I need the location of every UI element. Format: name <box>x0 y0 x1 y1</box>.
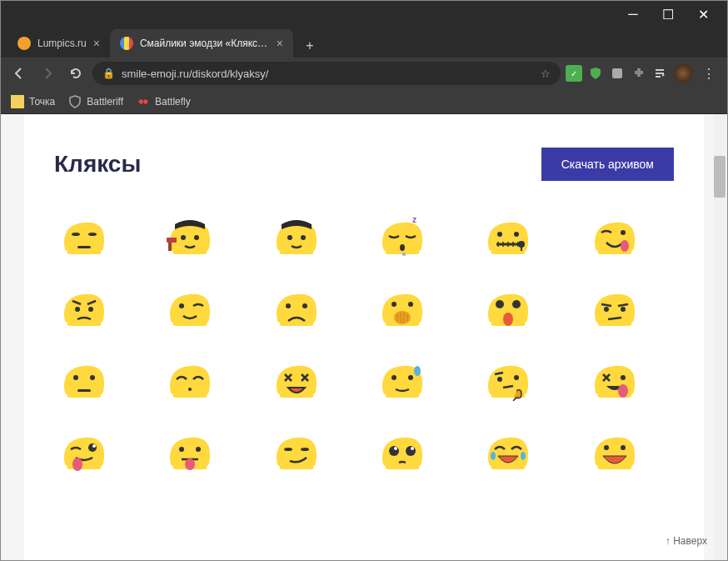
new-tab-button[interactable]: + <box>298 34 322 58</box>
svg-point-28 <box>496 300 504 308</box>
blob-sweat-icon <box>379 361 426 401</box>
svg-point-25 <box>391 302 396 307</box>
extensions-puzzle-icon[interactable] <box>631 65 647 82</box>
blob-smirk[interactable] <box>267 429 327 476</box>
blob-tongue-wink[interactable] <box>54 429 114 476</box>
svg-point-8 <box>287 235 292 240</box>
svg-text:z: z <box>412 218 416 224</box>
svg-point-5 <box>194 235 199 240</box>
svg-point-50 <box>284 448 292 451</box>
tab-favicon-icon <box>120 37 133 50</box>
media-control-icon[interactable] <box>652 65 669 82</box>
back-to-top-link[interactable]: ↑ Наверх <box>666 535 707 547</box>
extension-shield-icon[interactable] <box>587 65 604 82</box>
scrollbar-thumb[interactable] <box>714 156 726 198</box>
tab-lumpics[interactable]: Lumpics.ru × <box>7 29 110 58</box>
svg-point-49 <box>185 458 195 470</box>
download-archive-button[interactable]: Скачать архивом <box>541 148 674 181</box>
svg-point-14 <box>497 232 502 237</box>
reload-button[interactable] <box>64 62 87 85</box>
bookmarks-bar: Точка Battleriff Battlefly <box>1 89 727 114</box>
blob-hand-mouth[interactable] <box>372 286 432 333</box>
blob-thinking[interactable] <box>478 358 538 404</box>
svg-point-30 <box>503 313 513 326</box>
svg-rect-7 <box>167 238 177 243</box>
blob-smile-eyes-icon <box>167 361 213 401</box>
svg-point-42 <box>621 375 626 380</box>
maximize-button[interactable]: ☐ <box>651 3 686 26</box>
blob-annoyed-icon <box>61 218 107 258</box>
page: Кляксы Скачать архивом zz <box>24 114 704 560</box>
svg-point-33 <box>73 375 78 380</box>
svg-point-34 <box>90 375 95 380</box>
menu-button[interactable]: ⋮ <box>697 66 721 82</box>
svg-rect-0 <box>612 68 622 78</box>
lock-icon: 🔒 <box>102 68 115 79</box>
blob-annoyed[interactable] <box>54 214 114 261</box>
svg-point-36 <box>188 388 192 391</box>
blob-tongue-icon <box>167 433 213 473</box>
bookmark-battleriff[interactable]: Battleriff <box>68 95 123 108</box>
profile-avatar[interactable] <box>674 64 692 83</box>
maximize-icon: ☐ <box>662 7 674 23</box>
tab-smile-emoji[interactable]: Смайлики эмодзи «Кляксы» для… × <box>110 29 293 58</box>
blob-hand-mouth-icon <box>379 289 426 329</box>
blob-laugh-tongue[interactable] <box>585 358 645 404</box>
svg-point-55 <box>411 447 414 450</box>
bookmark-tochka[interactable]: Точка <box>11 95 55 108</box>
blob-smirk-icon <box>273 433 320 473</box>
blob-sleeping[interactable]: zz <box>372 214 432 261</box>
close-button[interactable]: ✕ <box>686 3 721 26</box>
close-icon: ✕ <box>698 7 709 23</box>
svg-point-24 <box>302 303 307 308</box>
blob-laugh-cry[interactable] <box>478 429 538 476</box>
blob-sweat[interactable] <box>372 358 432 404</box>
page-title: Кляксы <box>54 151 141 178</box>
blob-frown[interactable] <box>267 286 327 333</box>
blob-salute-hammer-icon <box>167 218 213 258</box>
svg-point-59 <box>621 445 626 450</box>
blob-yum[interactable] <box>585 214 645 261</box>
blob-wink[interactable] <box>160 286 220 333</box>
blob-surprised[interactable] <box>478 286 538 333</box>
svg-point-18 <box>621 230 626 235</box>
blob-neutral[interactable] <box>54 358 114 404</box>
svg-point-44 <box>88 443 97 452</box>
blob-frown-icon <box>273 289 320 329</box>
svg-point-56 <box>491 452 496 460</box>
blob-confused[interactable] <box>54 286 114 333</box>
tab-close-icon[interactable]: × <box>277 37 283 50</box>
blob-smile-eyes[interactable] <box>160 358 220 404</box>
extension-check-icon[interactable]: ✓ <box>566 65 582 82</box>
svg-point-57 <box>521 452 526 460</box>
blob-grin[interactable] <box>585 429 645 476</box>
extension-gray-icon[interactable] <box>609 65 626 82</box>
svg-point-20 <box>75 307 80 312</box>
svg-point-51 <box>301 448 309 451</box>
blob-pleading[interactable] <box>372 429 432 476</box>
svg-point-31 <box>604 307 609 312</box>
bookmark-battlefly[interactable]: Battlefly <box>137 95 191 108</box>
arrow-left-icon <box>12 67 26 80</box>
blob-unamused[interactable] <box>585 286 645 333</box>
url-text: smile-emoji.ru/diskord/klyaksy/ <box>122 68 534 80</box>
blob-wink-icon <box>167 289 213 329</box>
blob-salute[interactable] <box>267 214 327 261</box>
star-icon[interactable]: ☆ <box>541 68 551 80</box>
svg-point-39 <box>414 366 421 376</box>
svg-rect-3 <box>77 246 91 248</box>
svg-point-19 <box>621 240 629 252</box>
back-button[interactable] <box>7 62 31 85</box>
minimize-button[interactable]: ─ <box>616 3 651 26</box>
tab-close-icon[interactable]: × <box>93 37 100 50</box>
forward-button[interactable] <box>36 62 59 85</box>
blob-salute-hammer[interactable] <box>160 214 220 261</box>
browser-window: ─ ☐ ✕ Lumpics.ru × Смайлики эмодзи «Кляк… <box>0 0 728 561</box>
svg-point-22 <box>179 303 184 308</box>
blob-tongue[interactable] <box>160 429 220 476</box>
blob-zipper[interactable] <box>478 214 538 261</box>
bookmark-shield-icon <box>68 95 82 108</box>
address-bar[interactable]: 🔒 smile-emoji.ru/diskord/klyaksy/ ☆ <box>92 62 561 85</box>
blob-thinking-icon <box>485 361 531 401</box>
blob-xd[interactable] <box>267 358 327 404</box>
